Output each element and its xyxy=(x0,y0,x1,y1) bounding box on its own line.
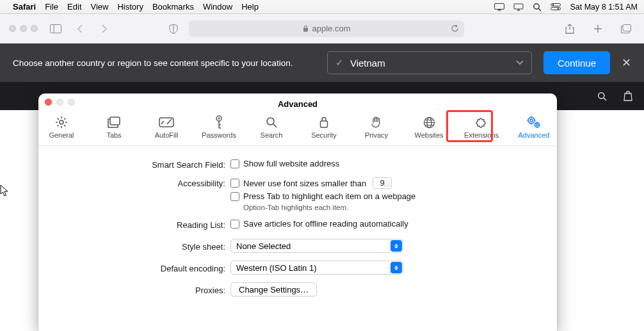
check-icon: ✓ xyxy=(335,57,344,69)
url-bar[interactable]: apple.com xyxy=(189,20,464,37)
tabs-icon xyxy=(108,115,120,129)
prefs-title: Advanced xyxy=(38,95,557,109)
forward-button[interactable] xyxy=(95,21,113,36)
svg-rect-36 xyxy=(321,121,328,127)
autofill-icon xyxy=(159,115,174,129)
reload-icon[interactable] xyxy=(451,24,459,33)
back-button[interactable] xyxy=(71,21,89,36)
accessibility-label: Accessibility: xyxy=(58,177,230,188)
offline-reading-checkbox[interactable]: Save articles for offline reading automa… xyxy=(230,219,538,229)
screen-mirroring-icon[interactable] xyxy=(494,3,504,11)
key-icon xyxy=(214,115,223,129)
svg-line-35 xyxy=(273,124,277,127)
tab-highlight-hint: Option-Tab highlights each item. xyxy=(243,204,538,211)
region-banner: Choose another country or region to see … xyxy=(0,44,644,82)
window-traffic-lights[interactable] xyxy=(9,25,38,32)
svg-rect-14 xyxy=(623,24,631,31)
tab-passwords[interactable]: Passwords xyxy=(199,114,239,140)
menu-file[interactable]: File xyxy=(45,2,58,12)
min-font-size-stepper[interactable]: 9 xyxy=(373,177,392,189)
close-banner-icon[interactable]: ✕ xyxy=(622,56,631,70)
prefs-form: Smart Search Field: Show full website ad… xyxy=(38,146,557,296)
svg-rect-1 xyxy=(514,4,523,9)
tab-overview-icon[interactable] xyxy=(617,21,635,36)
menubar-datetime[interactable]: Sat May 8 1:51 AM xyxy=(570,3,638,12)
lock-icon xyxy=(319,115,328,129)
svg-line-4 xyxy=(539,8,542,11)
svg-line-16 xyxy=(604,97,606,100)
tab-extensions[interactable]: Extensions xyxy=(462,114,501,140)
svg-point-3 xyxy=(534,3,539,8)
continue-button[interactable]: Continue xyxy=(543,51,610,74)
svg-line-25 xyxy=(64,118,65,120)
tab-autofill[interactable]: AutoFill xyxy=(147,114,186,140)
prefs-traffic-lights[interactable] xyxy=(45,99,75,106)
app-menu[interactable]: Safari xyxy=(13,2,36,12)
control-center-icon[interactable] xyxy=(551,3,561,10)
menu-window[interactable]: Window xyxy=(203,2,232,12)
privacy-report-icon[interactable] xyxy=(165,21,182,36)
country-value: Vietnam xyxy=(350,58,385,69)
svg-rect-9 xyxy=(51,24,61,33)
stylesheet-select[interactable]: None Selected xyxy=(230,239,403,253)
tab-search[interactable]: Search xyxy=(252,114,291,140)
shopping-bag-icon[interactable] xyxy=(624,91,632,101)
svg-point-6 xyxy=(552,4,554,6)
encoding-select[interactable]: Western (ISO Latin 1) xyxy=(230,261,403,275)
lock-icon xyxy=(303,25,309,32)
svg-line-23 xyxy=(64,125,65,126)
safari-preferences-window: Advanced General Tabs AutoFill Passwords… xyxy=(38,93,557,331)
encoding-label: Default encoding: xyxy=(58,262,230,273)
puzzle-icon xyxy=(475,115,488,129)
tab-privacy[interactable]: Privacy xyxy=(357,114,396,140)
svg-rect-0 xyxy=(495,3,504,9)
tab-security[interactable]: Security xyxy=(304,114,344,140)
tab-general[interactable]: General xyxy=(42,114,81,140)
mac-menubar: Safari File Edit View History Bookmarks … xyxy=(0,0,644,14)
svg-point-17 xyxy=(60,120,63,124)
tab-advanced[interactable]: Advanced xyxy=(514,114,554,140)
tab-websites[interactable]: Websites xyxy=(409,114,449,140)
svg-point-29 xyxy=(216,116,221,121)
select-arrow-icon xyxy=(390,262,402,273)
svg-point-34 xyxy=(267,118,274,125)
proxies-label: Proxies: xyxy=(58,284,230,295)
gears-icon xyxy=(527,115,541,129)
svg-point-28 xyxy=(172,119,172,120)
show-full-url-checkbox[interactable]: Show full website address xyxy=(230,159,538,168)
tab-tabs[interactable]: Tabs xyxy=(94,114,134,140)
menu-history[interactable]: History xyxy=(117,2,143,12)
share-icon[interactable] xyxy=(561,21,579,36)
country-select[interactable]: ✓ Vietnam xyxy=(327,51,532,74)
url-host: apple.com xyxy=(312,24,351,33)
min-font-size-checkbox[interactable]: Never use font sizes smaller than9 xyxy=(230,177,538,189)
change-settings-button[interactable]: Change Settings… xyxy=(230,282,317,296)
hand-icon xyxy=(371,115,382,129)
search-icon xyxy=(266,115,277,129)
menu-edit[interactable]: Edit xyxy=(67,2,81,12)
display-icon[interactable] xyxy=(513,3,524,11)
menu-help[interactable]: Help xyxy=(241,2,259,12)
reading-list-label: Reading List: xyxy=(58,219,230,230)
svg-rect-11 xyxy=(303,28,308,32)
svg-line-24 xyxy=(58,125,59,126)
spotlight-icon[interactable] xyxy=(533,3,542,12)
sidebar-toggle-icon[interactable] xyxy=(47,21,65,36)
svg-point-15 xyxy=(599,92,604,98)
svg-line-22 xyxy=(58,118,59,120)
svg-rect-26 xyxy=(110,117,120,125)
menu-view[interactable]: View xyxy=(91,2,109,12)
svg-point-49 xyxy=(535,122,540,127)
gear-icon xyxy=(55,115,68,129)
safari-toolbar: apple.com xyxy=(0,14,644,44)
select-arrow-icon xyxy=(390,240,402,252)
menu-bookmarks[interactable]: Bookmarks xyxy=(152,2,194,12)
globe-icon xyxy=(423,115,435,129)
svg-point-30 xyxy=(218,118,220,120)
tab-highlight-checkbox[interactable]: Press Tab to highlight each item on a we… xyxy=(230,191,538,201)
site-search-icon[interactable] xyxy=(597,92,607,101)
chevron-down-icon xyxy=(516,60,524,65)
new-tab-icon[interactable] xyxy=(589,21,607,36)
mouse-cursor xyxy=(0,184,9,197)
smart-search-label: Smart Search Field: xyxy=(58,159,230,170)
